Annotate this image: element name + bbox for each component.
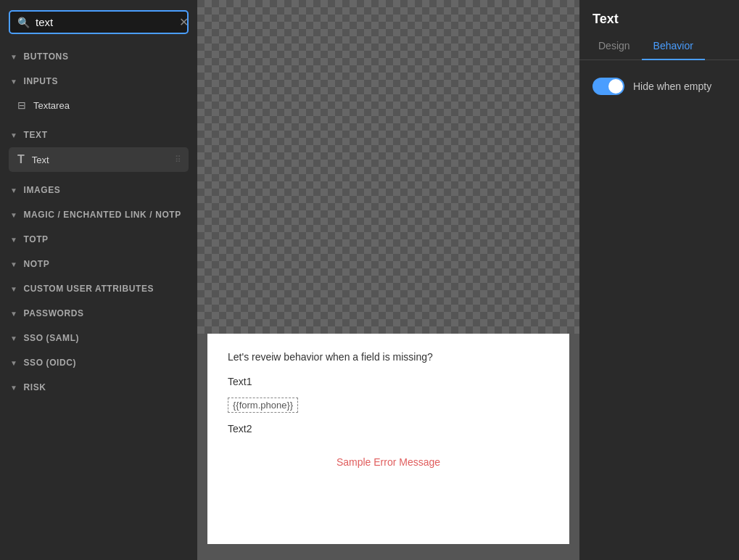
section-inputs-items: ⊟ Textarea bbox=[0, 94, 197, 123]
tab-design[interactable]: Design bbox=[587, 33, 642, 60]
hide-when-empty-toggle[interactable] bbox=[593, 78, 624, 95]
search-input[interactable] bbox=[36, 16, 173, 28]
checkerboard-bg bbox=[197, 0, 579, 334]
chevron-sso-saml-icon: ▼ bbox=[10, 334, 18, 342]
section-magic-label: MAGIC / ENCHANTED LINK / NOTP bbox=[24, 210, 181, 220]
section-magic[interactable]: ▼ MAGIC / ENCHANTED LINK / NOTP bbox=[0, 202, 197, 227]
panel-title: Text bbox=[579, 0, 739, 33]
chevron-sso-oidc-icon: ▼ bbox=[10, 359, 18, 367]
chevron-buttons-icon: ▼ bbox=[10, 53, 18, 61]
section-sso-saml-label: SSO (SAML) bbox=[24, 333, 80, 343]
section-images-label: IMAGES bbox=[24, 185, 61, 195]
section-risk-label: RISK bbox=[24, 382, 46, 392]
chevron-passwords-icon: ▼ bbox=[10, 310, 18, 318]
chevron-custom-icon: ▼ bbox=[10, 285, 18, 293]
section-risk[interactable]: ▼ RISK bbox=[0, 375, 197, 400]
tab-behavior[interactable]: Behavior bbox=[642, 33, 705, 60]
section-sso-oidc[interactable]: ▼ SSO (OIDC) bbox=[0, 350, 197, 375]
text-component-icon: T bbox=[17, 153, 25, 166]
section-sso-oidc-label: SSO (OIDC) bbox=[24, 358, 77, 368]
section-notp-label: NOTP bbox=[24, 259, 50, 269]
search-bar[interactable]: 🔍 ✕ bbox=[9, 10, 189, 34]
textarea-icon: ⊟ bbox=[17, 99, 26, 111]
chevron-images-icon: ▼ bbox=[10, 186, 18, 194]
component-textarea[interactable]: ⊟ Textarea bbox=[9, 94, 189, 117]
section-sso-saml[interactable]: ▼ SSO (SAML) bbox=[0, 326, 197, 350]
section-custom-label: CUSTOM USER ATTRIBUTES bbox=[24, 284, 154, 294]
component-text-label: Text bbox=[32, 155, 49, 165]
chevron-magic-icon: ▼ bbox=[10, 211, 18, 219]
panel-content: Hide when empty bbox=[579, 60, 739, 112]
section-totp-label: TOTP bbox=[24, 234, 49, 244]
form-placeholder: {{form.phone}} bbox=[228, 398, 298, 413]
chevron-notp-icon: ▼ bbox=[10, 260, 18, 268]
form-field2: Text2 bbox=[228, 423, 549, 435]
chevron-totp-icon: ▼ bbox=[10, 236, 18, 244]
section-images[interactable]: ▼ IMAGES bbox=[0, 178, 197, 202]
component-textarea-label: Textarea bbox=[33, 100, 70, 111]
form-error: Sample Error Message bbox=[228, 456, 549, 468]
section-passwords-label: PASSWORDS bbox=[24, 308, 84, 318]
canvas-area: Let's reveiw behavior when a field is mi… bbox=[197, 0, 579, 560]
section-text-items: T Text ⠿ bbox=[0, 147, 197, 178]
clear-icon[interactable]: ✕ bbox=[179, 17, 189, 28]
component-text[interactable]: T Text ⠿ bbox=[9, 147, 189, 172]
section-text[interactable]: ▼ TEXT bbox=[0, 123, 197, 147]
section-notp[interactable]: ▼ NOTP bbox=[0, 252, 197, 276]
sidebar: 🔍 ✕ ▼ BUTTONS ▼ INPUTS ⊟ Textarea ▼ TEXT… bbox=[0, 0, 197, 560]
right-panel: Text Design Behavior Hide when empty bbox=[579, 0, 739, 560]
section-custom-user-attributes[interactable]: ▼ CUSTOM USER ATTRIBUTES bbox=[0, 276, 197, 301]
section-inputs-label: INPUTS bbox=[24, 76, 59, 86]
section-totp[interactable]: ▼ TOTP bbox=[0, 227, 197, 252]
chevron-risk-icon: ▼ bbox=[10, 384, 18, 392]
search-icon: 🔍 bbox=[17, 17, 30, 28]
section-buttons[interactable]: ▼ BUTTONS bbox=[0, 44, 197, 69]
form-preview: Let's reveiw behavior when a field is mi… bbox=[207, 334, 569, 544]
hide-when-empty-label: Hide when empty bbox=[633, 81, 711, 92]
section-passwords[interactable]: ▼ PASSWORDS bbox=[0, 301, 197, 326]
drag-handle-icon[interactable]: ⠿ bbox=[175, 155, 181, 165]
chevron-text-icon: ▼ bbox=[10, 131, 18, 139]
panel-tabs: Design Behavior bbox=[579, 33, 739, 60]
form-question: Let's reveiw behavior when a field is mi… bbox=[228, 351, 549, 363]
hide-when-empty-row: Hide when empty bbox=[593, 78, 726, 95]
section-buttons-label: BUTTONS bbox=[24, 52, 69, 62]
chevron-inputs-icon: ▼ bbox=[10, 78, 18, 86]
section-text-label: TEXT bbox=[24, 130, 48, 140]
section-inputs[interactable]: ▼ INPUTS bbox=[0, 69, 197, 94]
form-field1: Text1 bbox=[228, 376, 549, 387]
